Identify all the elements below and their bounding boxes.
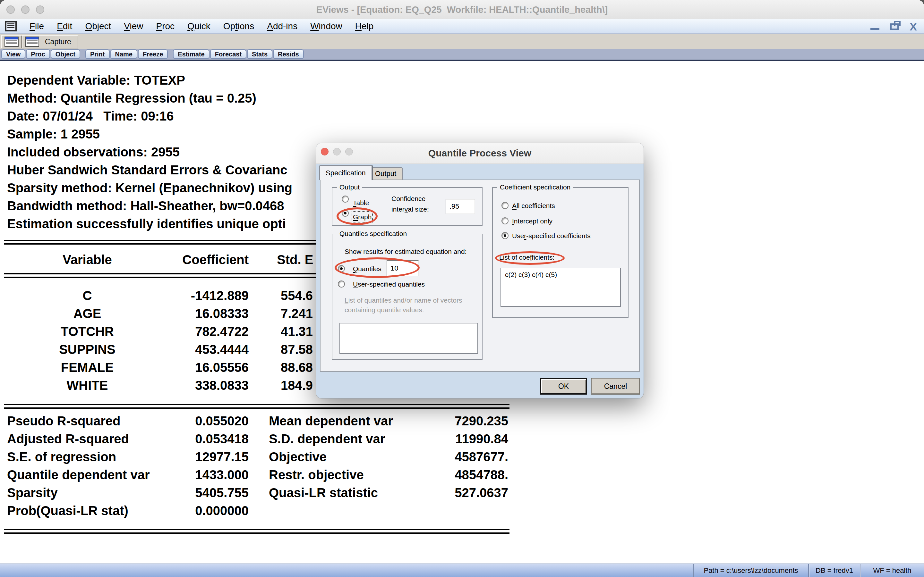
equation-header-line-3: Date: 07/01/24 Time: 09:16 <box>7 107 292 125</box>
mdi-close-icon[interactable]: X <box>909 19 917 34</box>
confidence-interval-input[interactable] <box>446 199 475 214</box>
menu-help[interactable]: Help <box>349 21 380 31</box>
quantiles-radio-label[interactable]: Quantiles <box>353 264 381 273</box>
stat-left-label: Sparsity <box>7 484 58 502</box>
table-divider <box>4 529 509 534</box>
user-quantiles-radio[interactable] <box>338 280 345 287</box>
coef-variable: FEMALE <box>7 358 168 376</box>
system-menu-icon[interactable] <box>5 21 17 31</box>
coefficient-list-label: List of coefficients: <box>499 253 554 261</box>
stat-right-value: 527.0637 <box>411 484 508 502</box>
mdi-minimize-icon[interactable] <box>871 28 879 30</box>
toolbar-button-view[interactable]: View <box>1 49 25 59</box>
status-bar: Path = c:\users\lzz\documentsDB = fredv1… <box>0 564 924 577</box>
window-doc-icon[interactable] <box>5 37 19 47</box>
capture-panel: Capture <box>1 35 78 48</box>
coef-std-error: 184.9 <box>277 376 313 394</box>
summary-stats: Pseudo R-squared 0.055020 Mean dependent… <box>0 412 513 520</box>
coef-std-error: 41.31 <box>277 322 313 340</box>
user-quantiles-radio-label[interactable]: User-specified quantiles <box>353 280 425 288</box>
toolbar-button-print[interactable]: Print <box>86 49 110 59</box>
ok-button[interactable]: OK <box>540 378 587 395</box>
stat-right-value: 7290.235 <box>411 412 508 430</box>
coefficient-list-textarea[interactable]: c(2) c(3) c(4) c(5) <box>501 268 621 307</box>
table-divider <box>4 404 509 409</box>
stat-right-label: S.D. dependent var <box>269 430 385 448</box>
stat-right-label: Mean dependent var <box>269 412 393 430</box>
all-coefficients-radio-label[interactable]: All coefficients <box>512 201 555 210</box>
menu-add-ins[interactable]: Add-ins <box>260 21 304 31</box>
output-group-legend: Output <box>337 183 362 191</box>
intercept-only-radio[interactable] <box>501 218 509 224</box>
tab-specification[interactable]: Specification <box>319 165 372 180</box>
quantile-process-view-dialog: Quantile Process View Specification Outp… <box>316 143 644 398</box>
equation-header-line-5: Included observations: 2955 <box>7 143 292 161</box>
user-coefficients-radio-label[interactable]: User-specified coefficients <box>512 231 591 240</box>
stat-row: Adjusted R-squared 0.053418 S.D. depende… <box>0 430 513 448</box>
quantiles-intro-label: Show results for estimated equation and: <box>344 247 467 256</box>
coef-value: 453.4444 <box>167 340 249 358</box>
toolbar-button-name[interactable]: Name <box>110 49 137 59</box>
menu-options[interactable]: Options <box>217 21 261 31</box>
toolbar-button-stats[interactable]: Stats <box>247 49 272 59</box>
intercept-only-radio-label[interactable]: Intercept only <box>512 217 552 226</box>
menu-view[interactable]: View <box>118 21 150 31</box>
quantiles-groupbox: Quantiles specification Show results for… <box>332 234 483 359</box>
cancel-button[interactable]: Cancel <box>591 378 640 395</box>
toolbar-button-estimate[interactable]: Estimate <box>173 49 209 59</box>
stat-left-value: 1433.000 <box>167 466 249 484</box>
equation-header-line-4: Sample: 1 2955 <box>7 125 292 143</box>
toolbar-button-freeze[interactable]: Freeze <box>138 49 168 59</box>
header-coefficient: Coefficient <box>167 251 249 269</box>
stat-right-label: Objective <box>269 448 326 466</box>
quantiles-radio[interactable] <box>338 265 345 272</box>
stat-right-label: Restr. objective <box>269 466 364 484</box>
equation-header-line-8: Bandwidth method: Hall-Sheather, bw=0.04… <box>7 197 292 215</box>
menu-file[interactable]: File <box>23 21 50 31</box>
table-radio[interactable] <box>342 195 349 203</box>
toolbar-button-resids[interactable]: Resids <box>273 49 304 59</box>
coef-variable: C <box>7 287 168 305</box>
confidence-label-line1: Confidence <box>391 194 425 203</box>
stat-row: Sparsity 5405.755 Quasi-LR statistic 527… <box>0 484 513 502</box>
graph-radio[interactable] <box>342 210 349 217</box>
quantiles-group-legend: Quantiles specification <box>337 230 409 237</box>
stat-right-value: 4854788. <box>411 466 508 484</box>
status-segment-1: Path = c:\users\lzz\documents <box>693 564 808 577</box>
equation-header-line-6: Huber Sandwich Standard Errors & Covaria… <box>7 161 292 179</box>
coef-variable: WHITE <box>7 376 168 394</box>
coefficient-group-legend: Coefficient specification <box>497 183 573 191</box>
menu-edit[interactable]: Edit <box>50 21 79 31</box>
dialog-titlebar[interactable]: Quantile Process View <box>316 143 644 164</box>
object-toolbar: ViewProcObjectPrintNameFreezeEstimateFor… <box>0 49 924 61</box>
toolbar-button-object[interactable]: Object <box>51 49 80 59</box>
toolbar-button-proc[interactable]: Proc <box>26 49 50 59</box>
menu-object[interactable]: Object <box>79 21 118 31</box>
stat-left-value: 5405.755 <box>167 484 249 502</box>
coef-value: 338.0833 <box>167 376 249 394</box>
toolbar-group: ViewProcObject <box>1 49 81 59</box>
quantiles-count-input[interactable] <box>387 260 419 276</box>
capture-button[interactable]: Capture <box>45 37 71 46</box>
coef-std-error: 87.58 <box>277 340 313 358</box>
stat-left-label: Prob(Quasi-LR stat) <box>7 502 128 520</box>
window-doc-icon[interactable] <box>25 37 39 47</box>
quantile-list-hint-line2: containing quantile values: <box>344 305 424 315</box>
stat-left-label: Adjusted R-squared <box>7 430 129 448</box>
user-coefficients-radio[interactable] <box>501 232 509 239</box>
menu-window[interactable]: Window <box>304 21 349 31</box>
menu-proc[interactable]: Proc <box>150 21 181 31</box>
equation-header-line-1: Dependent Variable: TOTEXP <box>7 71 292 89</box>
stat-left-value: 12977.15 <box>167 448 249 466</box>
mdi-restore-icon[interactable] <box>890 23 899 30</box>
coef-value: 16.08333 <box>167 305 249 322</box>
window-titlebar[interactable]: EViews - [Equation: EQ_Q25 Workfile: HEA… <box>0 0 924 20</box>
eviews-window: EViews - [Equation: EQ_Q25 Workfile: HEA… <box>0 0 924 577</box>
all-coefficients-radio[interactable] <box>501 202 509 209</box>
toolbar-button-forecast[interactable]: Forecast <box>210 49 246 59</box>
tab-output[interactable]: Output <box>368 167 403 179</box>
table-radio-label[interactable]: Table <box>353 198 369 207</box>
menu-quick[interactable]: Quick <box>181 21 217 31</box>
window-title: EViews - [Equation: EQ_Q25 Workfile: HEA… <box>0 0 924 19</box>
graph-radio-label[interactable]: Graph <box>353 213 372 221</box>
